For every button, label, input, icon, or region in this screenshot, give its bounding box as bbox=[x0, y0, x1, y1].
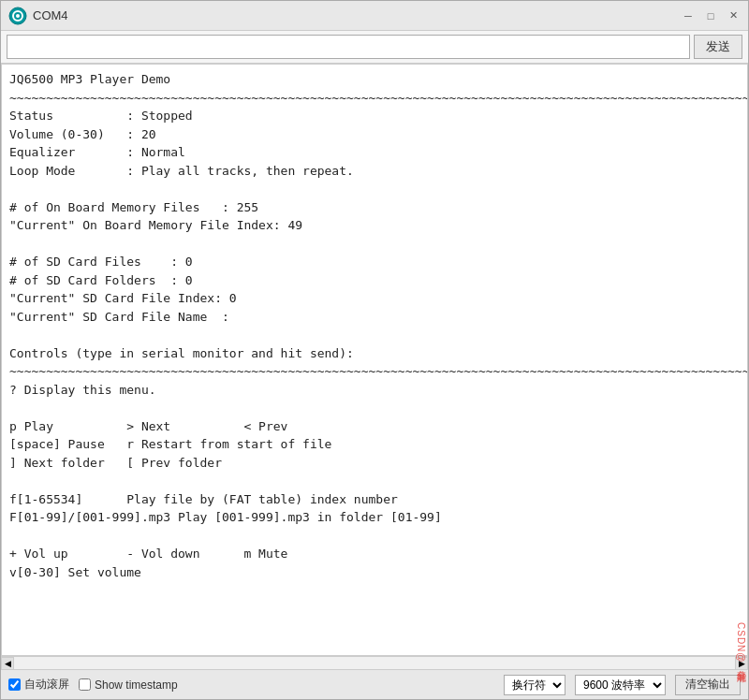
baud-rate-select[interactable]: 9600 波特率 bbox=[575, 675, 666, 695]
app-icon bbox=[8, 7, 27, 25]
scroll-track[interactable] bbox=[14, 657, 735, 670]
scroll-left-button[interactable]: ◀ bbox=[1, 657, 14, 670]
close-button[interactable]: ✕ bbox=[726, 8, 741, 23]
line-ending-select[interactable]: 换行符 bbox=[504, 675, 565, 695]
auto-scroll-label[interactable]: 自动滚屏 bbox=[8, 677, 69, 693]
title-bar: COM4 ─ □ ✕ bbox=[1, 1, 748, 31]
minimize-button[interactable]: ─ bbox=[681, 8, 696, 23]
input-row: 发送 bbox=[1, 31, 748, 64]
terminal-area[interactable]: JQ6500 MP3 Player Demo ~~~~~~~~~~~~~~~~~… bbox=[1, 64, 748, 656]
window: COM4 ─ □ ✕ 发送 JQ6500 MP3 Player Demo ~~~… bbox=[0, 0, 749, 700]
maximize-button[interactable]: □ bbox=[703, 8, 718, 23]
send-button[interactable]: 发送 bbox=[694, 35, 742, 59]
auto-scroll-checkbox[interactable] bbox=[8, 678, 21, 691]
watermark: CSDN@分享能雕 bbox=[734, 622, 747, 667]
terminal-content: JQ6500 MP3 Player Demo ~~~~~~~~~~~~~~~~~… bbox=[9, 70, 740, 581]
serial-input[interactable] bbox=[7, 35, 690, 59]
show-timestamp-label[interactable]: Show timestamp bbox=[79, 678, 178, 692]
bottom-bar: 自动滚屏 Show timestamp 换行符 9600 波特率 清空输出 bbox=[1, 669, 748, 699]
show-timestamp-checkbox[interactable] bbox=[79, 678, 91, 691]
svg-point-2 bbox=[16, 14, 20, 18]
window-controls: ─ □ ✕ bbox=[681, 8, 741, 23]
horizontal-scrollbar[interactable]: ◀ ▶ bbox=[1, 656, 748, 669]
clear-button[interactable]: 清空输出 bbox=[675, 675, 741, 695]
window-title: COM4 bbox=[33, 8, 681, 22]
